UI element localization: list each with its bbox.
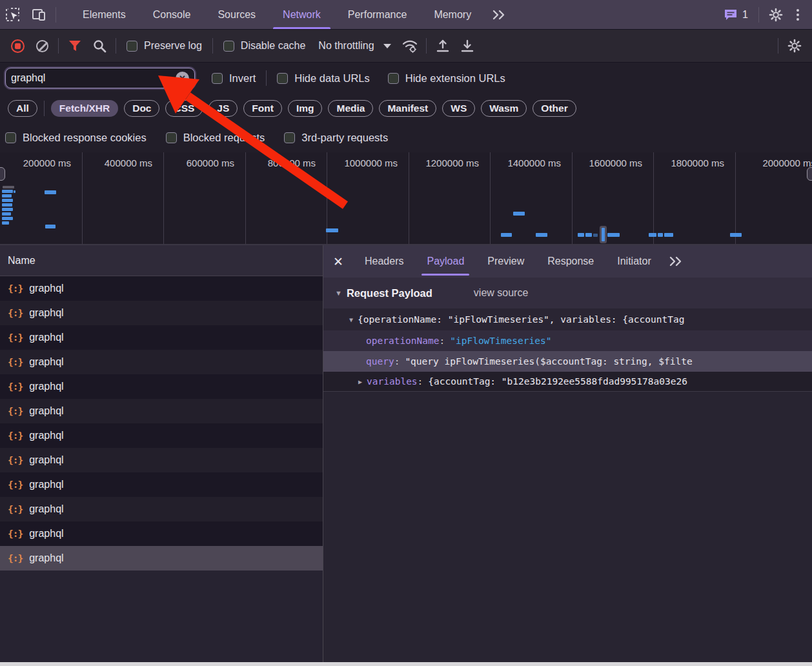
close-icon[interactable]: ✕ (323, 254, 353, 269)
blocked-response-cookies-checkbox[interactable]: Blocked response cookies (5, 132, 147, 144)
collapse-triangle-icon[interactable]: ▼ (349, 316, 353, 323)
import-har-icon[interactable] (433, 36, 452, 56)
timeline-left-handle[interactable] (0, 167, 5, 181)
filter-toggle-icon[interactable] (65, 36, 85, 56)
tab-performance[interactable]: Performance (334, 0, 421, 29)
network-settings-gear-icon[interactable] (785, 36, 804, 56)
third-party-requests-checkbox[interactable]: 3rd-party requests (284, 132, 388, 144)
timeline-bar (2, 208, 13, 211)
payload-query-row-selected[interactable]: query: "query ipFlowTimeseries($accountT… (323, 351, 812, 372)
request-row[interactable]: {:}graphql (0, 423, 323, 448)
payload-root-row[interactable]: ▼ {operationName: "ipFlowTimeseries", va… (323, 308, 812, 330)
expand-triangle-icon[interactable]: ▶ (358, 378, 362, 385)
tab-preview[interactable]: Preview (476, 245, 536, 278)
network-conditions-icon[interactable] (400, 36, 420, 56)
view-source-link[interactable]: view source (474, 287, 528, 299)
chip-media[interactable]: Media (328, 100, 373, 117)
timeline-bar (649, 233, 656, 237)
chip-font[interactable]: Font (243, 100, 282, 117)
blocked-requests-checkbox[interactable]: Blocked requests (166, 132, 265, 144)
tab-headers[interactable]: Headers (353, 245, 415, 278)
export-har-icon[interactable] (458, 36, 477, 56)
tab-console[interactable]: Console (139, 0, 205, 29)
timeline-bar (664, 233, 673, 237)
collapse-triangle-icon[interactable]: ▼ (335, 289, 342, 297)
timeline-tick-label: 1000000 ms (344, 157, 398, 168)
network-toolbar: Preserve log Disable cache No throttling (0, 29, 812, 63)
inspect-element-icon[interactable] (2, 5, 24, 25)
divider (44, 101, 45, 116)
devtools-tabbar: Elements Console Sources Network Perform… (0, 0, 812, 29)
throttling-select[interactable]: No throttling (318, 40, 391, 52)
tab-sources[interactable]: Sources (204, 0, 269, 29)
timeline-bar (513, 212, 525, 216)
chip-fetch-xhr[interactable]: Fetch/XHR (51, 100, 118, 117)
issues-badge[interactable]: 1 (724, 8, 748, 21)
request-name: graphql (29, 356, 63, 368)
request-row[interactable]: {:}graphql (0, 374, 323, 399)
request-row[interactable]: {:}graphql (0, 448, 323, 472)
preserve-log-label: Preserve log (144, 40, 202, 52)
clear-filter-icon[interactable]: ✕ (176, 72, 189, 85)
chip-css[interactable]: CSS (165, 100, 203, 117)
request-row[interactable]: {:}graphql (0, 325, 323, 350)
tab-initiator[interactable]: Initiator (605, 245, 662, 278)
clear-button[interactable] (32, 36, 52, 56)
settings-gear-icon[interactable] (765, 5, 787, 25)
timeline-overview[interactable]: 200000 ms400000 ms600000 ms800000 ms1000… (0, 152, 812, 245)
hide-data-urls-checkbox[interactable]: Hide data URLs (277, 72, 369, 85)
divider (426, 38, 427, 54)
disable-cache-checkbox[interactable]: Disable cache (223, 40, 306, 52)
request-name: graphql (29, 332, 63, 343)
request-row[interactable]: {:}graphql (0, 399, 323, 423)
tab-elements[interactable]: Elements (69, 0, 139, 29)
json-key: variables (367, 376, 418, 387)
device-toolbar-icon[interactable] (28, 5, 50, 25)
payload-operation-row[interactable]: operationName: "ipFlowTimeseries" (323, 330, 812, 351)
name-column-header[interactable]: Name (0, 245, 323, 276)
fetch-xhr-icon: {:} (8, 406, 23, 416)
request-name: graphql (29, 405, 63, 417)
filter-text-field[interactable] (11, 72, 176, 84)
request-row-selected[interactable]: {:}graphql (0, 546, 323, 570)
panel-tabs: Elements Console Sources Network Perform… (69, 0, 485, 29)
colon: : (394, 356, 400, 367)
invert-checkbox[interactable]: Invert (212, 72, 256, 85)
hide-extension-urls-checkbox[interactable]: Hide extension URLs (388, 72, 505, 85)
request-row[interactable]: {:}graphql (0, 350, 323, 374)
preserve-log-checkbox[interactable]: Preserve log (127, 40, 202, 52)
request-payload-section[interactable]: ▼ Request Payload view source (323, 278, 812, 308)
request-row[interactable]: {:}graphql (0, 472, 323, 497)
tab-network[interactable]: Network (269, 0, 334, 29)
search-icon[interactable] (90, 36, 109, 56)
chip-ws[interactable]: WS (442, 100, 475, 117)
more-tabs-icon[interactable] (485, 10, 513, 20)
divider (116, 38, 116, 54)
tab-payload[interactable]: Payload (415, 245, 476, 278)
kebab-menu-icon[interactable] (789, 9, 807, 21)
hide-extension-urls-label: Hide extension URLs (405, 72, 505, 85)
payload-variables-row[interactable]: ▶ variables: {accountTag: "b12e3b2192ee5… (323, 372, 812, 392)
chip-js[interactable]: JS (208, 100, 238, 117)
more-detail-tabs-icon[interactable] (668, 256, 684, 267)
timeline-bar (2, 217, 13, 220)
request-row[interactable]: {:}graphql (0, 497, 323, 521)
request-row[interactable]: {:}graphql (0, 301, 323, 325)
filter-input[interactable]: ✕ (5, 68, 195, 88)
chip-manifest[interactable]: Manifest (379, 100, 436, 117)
request-row[interactable]: {:}graphql (0, 276, 323, 301)
record-button[interactable] (8, 36, 27, 56)
chip-img[interactable]: Img (288, 100, 323, 117)
chip-all[interactable]: All (8, 100, 37, 117)
fetch-xhr-icon: {:} (8, 479, 23, 490)
timeline-bar (3, 186, 14, 188)
chip-other[interactable]: Other (533, 100, 576, 117)
request-row[interactable]: {:}graphql (0, 521, 323, 546)
tab-memory[interactable]: Memory (420, 0, 485, 29)
timeline-right-handle[interactable] (807, 167, 812, 181)
chip-doc[interactable]: Doc (124, 100, 159, 117)
chip-wasm[interactable]: Wasm (481, 100, 527, 117)
timeline-bar (578, 233, 584, 237)
divider (212, 38, 213, 54)
tab-response[interactable]: Response (536, 245, 605, 278)
